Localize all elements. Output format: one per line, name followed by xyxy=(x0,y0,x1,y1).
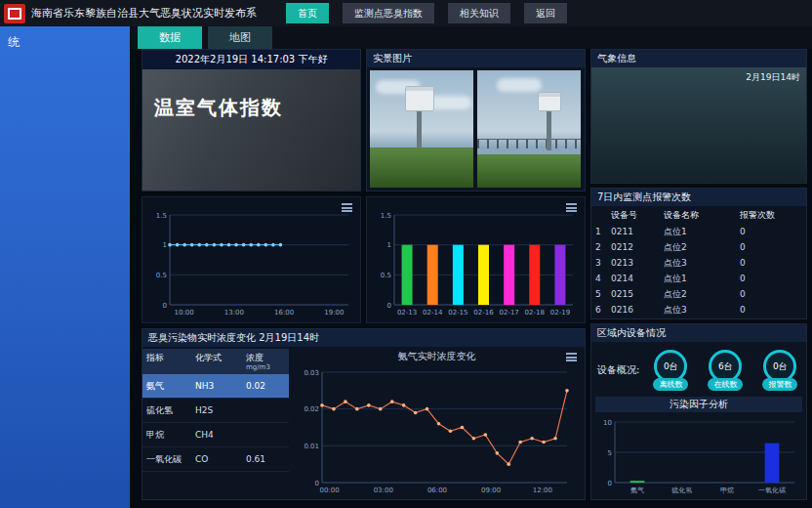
greenhouse-panel: 2022年2月19日 14:17:03 下午好 温室气体指数 xyxy=(142,49,361,191)
grass xyxy=(370,148,473,188)
svg-text:10:00: 10:00 xyxy=(175,309,194,317)
tab-map[interactable]: 地图 xyxy=(208,26,272,49)
pollutant-table-header: 指标 化学式 浓度mg/m3 xyxy=(142,349,289,374)
svg-text:02-17: 02-17 xyxy=(499,309,518,317)
app-title: 海南省乐东黎族自治县大气恶臭状况实时发布系 xyxy=(31,6,257,21)
devices-panel: 区域内设备情况 设备概况: 0台 离线数 6台 在线数 0台 报警数 污染因子分… xyxy=(590,323,807,500)
pollutant-panel: 恶臭污染物实时浓度变化 2月19日14时 指标 化学式 浓度mg/m3 氨气NH… xyxy=(142,328,586,500)
weather-panel: 气象信息 2月19日14时 xyxy=(590,49,807,184)
tab-data[interactable]: 数据 xyxy=(138,26,202,49)
svg-text:02-13: 02-13 xyxy=(397,309,417,317)
pollutant-row[interactable]: 硫化氢H2S xyxy=(142,399,289,423)
pole xyxy=(547,111,551,150)
nh3-concentration-chart: 00.010.020.0300:0003:0006:0009:0012:00 xyxy=(291,364,581,498)
svg-text:0: 0 xyxy=(387,302,391,310)
datetime-greeting: 2022年2月19日 14:17:03 下午好 xyxy=(142,50,360,69)
weather-body: 2月19日14时 xyxy=(591,67,806,183)
table-row: 10211点位10 xyxy=(591,224,806,239)
svg-text:09:00: 09:00 xyxy=(481,487,501,494)
left-sidebar: 统 xyxy=(0,26,130,508)
svg-text:02-18: 02-18 xyxy=(525,309,545,317)
chart-menu-icon[interactable] xyxy=(566,353,577,361)
svg-text:16:00: 16:00 xyxy=(274,309,294,317)
svg-text:00:00: 00:00 xyxy=(319,487,339,494)
chart-menu-icon[interactable] xyxy=(566,203,577,212)
sidebar-label: 统 xyxy=(0,26,130,51)
alarm-counts-title: 7日内监测点报警次数 xyxy=(597,189,691,206)
factor-analysis-title: 污染因子分析 xyxy=(595,397,802,412)
devices-panel-title: 区域内设备情况 xyxy=(597,324,666,342)
svg-text:0.03: 0.03 xyxy=(304,369,319,377)
svg-text:02-16: 02-16 xyxy=(473,309,494,317)
tab-row: 数据 地图 xyxy=(130,26,812,49)
svg-text:02-15: 02-15 xyxy=(448,309,467,317)
svg-text:1.5: 1.5 xyxy=(381,212,391,220)
main-nav: 首页 监测点恶臭指数 相关知识 返回 xyxy=(286,3,567,23)
photos-body xyxy=(367,67,585,190)
svg-text:1: 1 xyxy=(163,241,167,249)
svg-text:0.02: 0.02 xyxy=(304,405,319,413)
svg-text:02-14: 02-14 xyxy=(423,309,443,317)
pollutant-panel-title: 恶臭污染物实时浓度变化 2月19日14时 xyxy=(148,329,319,347)
factor-analysis-chart: 0510氨气硫化氢甲烷一氧化碳 xyxy=(595,414,802,496)
pollutant-row[interactable]: 一氧化碳CO0.61 xyxy=(142,447,289,472)
nav-back-button[interactable]: 返回 xyxy=(524,3,567,23)
svg-text:0.01: 0.01 xyxy=(304,443,319,450)
live-photos-panel: 实景图片 xyxy=(366,49,586,191)
offline-label: 离线数 xyxy=(653,378,688,391)
svg-text:0: 0 xyxy=(315,480,319,487)
svg-text:02-19: 02-19 xyxy=(550,309,570,317)
table-row: 50215点位20 xyxy=(591,286,806,302)
pollutant-table: 指标 化学式 浓度mg/m3 氨气NH30.02 硫化氢H2S 甲烷CH4 一氧… xyxy=(142,347,289,500)
online-stat: 6台 在线数 xyxy=(702,350,749,391)
unit-label: mg/m3 xyxy=(246,364,291,371)
table-row: 60216点位30 xyxy=(591,302,806,318)
svg-text:10: 10 xyxy=(603,419,612,427)
svg-text:硫化氢: 硫化氢 xyxy=(671,487,693,494)
svg-text:一氧化碳: 一氧化碳 xyxy=(758,487,786,494)
pollutant-row-selected[interactable]: 氨气NH30.02 xyxy=(142,374,289,399)
chart-menu-icon[interactable] xyxy=(342,203,352,212)
app-screen: 海南省乐东黎族自治县大气恶臭状况实时发布系 首页 监测点恶臭指数 相关知识 返回… xyxy=(0,0,812,508)
ghg-trend-chart: 00.511.510:0013:0016:0019:00 xyxy=(144,205,358,320)
svg-text:氨气: 氨气 xyxy=(630,487,644,494)
table-row: 40214点位10 xyxy=(591,271,806,286)
greenhouse-banner: 温室气体指数 xyxy=(142,69,360,190)
svg-text:1.5: 1.5 xyxy=(156,212,167,220)
live-photos-title: 实景图片 xyxy=(373,50,412,67)
monitoring-cabinet xyxy=(405,86,434,111)
svg-text:0: 0 xyxy=(608,480,612,487)
svg-text:5: 5 xyxy=(608,449,612,457)
top-bar: 海南省乐东黎族自治县大气恶臭状况实时发布系 首页 监测点恶臭指数 相关知识 返回 xyxy=(0,0,812,26)
alarm-table-header: 设备号 设备名称 报警次数 xyxy=(591,206,806,224)
svg-text:0.5: 0.5 xyxy=(156,272,167,279)
nh3-chart-title: 氨气实时浓度变化 xyxy=(289,350,585,363)
monitoring-cabinet xyxy=(538,92,561,111)
svg-text:03:00: 03:00 xyxy=(374,487,393,494)
svg-text:13:00: 13:00 xyxy=(224,309,244,317)
online-label: 在线数 xyxy=(708,378,743,391)
svg-text:0.5: 0.5 xyxy=(381,272,391,279)
daily-index-chart-card: 00.511.502-1302-1402-1502-1602-1702-1802… xyxy=(366,196,586,323)
svg-text:1: 1 xyxy=(387,241,391,249)
alarm-table: 设备号 设备名称 报警次数 10211点位10 20212点位20 30213点… xyxy=(591,206,806,318)
alarm-stat: 0台 报警数 xyxy=(756,350,803,391)
weather-date: 2月19日14时 xyxy=(746,71,800,84)
svg-text:06:00: 06:00 xyxy=(427,487,447,494)
nav-knowledge-button[interactable]: 相关知识 xyxy=(448,3,510,23)
cloud-shape xyxy=(497,78,542,92)
pollutant-row[interactable]: 甲烷CH4 xyxy=(142,423,289,447)
table-row: 20212点位20 xyxy=(591,239,806,255)
offline-stat: 0台 离线数 xyxy=(647,350,694,391)
device-overview-label: 设备概况: xyxy=(597,363,639,377)
nav-home-button[interactable]: 首页 xyxy=(286,3,329,23)
fence xyxy=(477,139,581,148)
ghg-trend-chart-card: 00.511.510:0013:0016:0019:00 xyxy=(142,196,361,323)
daily-index-chart: 00.511.502-1302-1402-1502-1602-1702-1802… xyxy=(369,205,583,320)
app-logo-icon xyxy=(4,4,25,23)
weather-title: 气象信息 xyxy=(597,50,636,67)
svg-text:甲烷: 甲烷 xyxy=(720,487,734,494)
svg-text:12:00: 12:00 xyxy=(533,487,552,494)
svg-text:19:00: 19:00 xyxy=(324,309,344,317)
nav-odor-index-button[interactable]: 监测点恶臭指数 xyxy=(343,3,434,23)
